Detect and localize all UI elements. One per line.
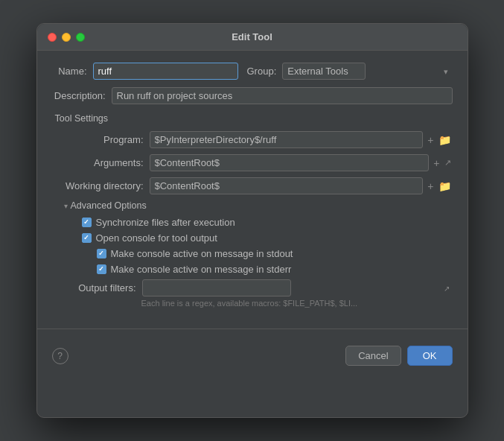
help-button[interactable]: ?: [52, 348, 68, 364]
close-button[interactable]: [48, 33, 57, 42]
working-dir-plus-icon[interactable]: +: [426, 180, 435, 193]
group-select[interactable]: External Tools: [282, 63, 366, 80]
dialog-title: Edit Tool: [232, 31, 272, 42]
output-expand-icon[interactable]: ↗: [444, 284, 450, 292]
cancel-button[interactable]: Cancel: [345, 346, 401, 366]
output-filters-row: Output filters: ↗: [64, 279, 453, 296]
program-row: Program: + 📁: [64, 131, 453, 148]
arguments-expand-icon[interactable]: ↗: [443, 157, 453, 168]
name-group-row: Name: Group: External Tools: [52, 63, 453, 80]
arguments-label: Arguments:: [64, 157, 150, 168]
group-select-wrapper: External Tools: [282, 63, 452, 80]
traffic-lights: [48, 33, 85, 42]
make-console-stdout-checkbox[interactable]: [97, 249, 106, 258]
advanced-section: ▾ Advanced Options Synchronize files aft…: [52, 200, 453, 308]
make-console-stderr-label: Make console active on message in stderr: [111, 264, 292, 275]
make-console-stderr-checkbox[interactable]: [97, 264, 106, 274]
working-dir-icons: + 📁: [426, 180, 452, 193]
program-label: Program:: [64, 134, 150, 145]
maximize-button[interactable]: [76, 33, 85, 42]
arguments-input[interactable]: [150, 154, 430, 171]
output-input-wrapper: ↗: [142, 279, 453, 296]
ok-button[interactable]: OK: [407, 346, 453, 366]
arguments-plus-icon[interactable]: +: [432, 156, 441, 170]
program-folder-icon[interactable]: 📁: [437, 133, 453, 147]
sync-files-row: Synchronize files after execution: [82, 217, 453, 228]
advanced-header[interactable]: ▾ Advanced Options: [64, 200, 453, 211]
dialog-content: Name: Group: External Tools Description:…: [37, 51, 468, 320]
make-console-stdout-label: Make console active on message in stdout: [111, 248, 293, 259]
program-plus-icon[interactable]: +: [426, 133, 435, 147]
name-input[interactable]: [93, 63, 238, 80]
sync-files-checkbox[interactable]: [82, 218, 92, 227]
description-input[interactable]: [112, 87, 453, 104]
description-label: Description:: [52, 90, 112, 101]
output-filters-hint: Each line is a regex, available macros: …: [141, 299, 453, 308]
program-input[interactable]: [150, 131, 424, 148]
output-filters-label: Output filters:: [64, 282, 142, 294]
footer-divider: [37, 329, 468, 329]
name-label: Name:: [52, 66, 93, 77]
working-dir-folder-icon[interactable]: 📁: [437, 180, 453, 193]
minimize-button[interactable]: [62, 33, 71, 42]
advanced-arrow-icon: ▾: [64, 202, 68, 210]
title-bar: Edit Tool: [37, 24, 468, 51]
footer-buttons: Cancel OK: [345, 346, 452, 366]
dialog-footer: ? Cancel OK: [37, 338, 468, 376]
make-console-stderr-row: Make console active on message in stderr: [97, 264, 453, 275]
working-dir-input[interactable]: [150, 177, 424, 194]
working-dir-label: Working directory:: [64, 180, 150, 191]
description-row: Description:: [52, 87, 453, 104]
sync-files-label: Synchronize files after execution: [96, 217, 235, 228]
group-label: Group:: [247, 66, 277, 77]
edit-tool-dialog: Edit Tool Name: Group: External Tools De…: [36, 23, 468, 418]
arguments-row: Arguments: + ↗: [64, 154, 453, 171]
open-console-row: Open console for tool output: [82, 232, 453, 244]
open-console-label: Open console for tool output: [96, 232, 217, 244]
tool-settings-label: Tool Settings: [55, 113, 453, 124]
arguments-icons: + ↗: [432, 156, 452, 170]
working-dir-row: Working directory: + 📁: [64, 177, 453, 194]
advanced-label: Advanced Options: [71, 200, 147, 211]
output-filters-input[interactable]: [142, 279, 291, 296]
make-console-stdout-row: Make console active on message in stdout: [97, 248, 453, 259]
open-console-checkbox[interactable]: [82, 233, 92, 243]
program-icons: + 📁: [426, 133, 452, 147]
